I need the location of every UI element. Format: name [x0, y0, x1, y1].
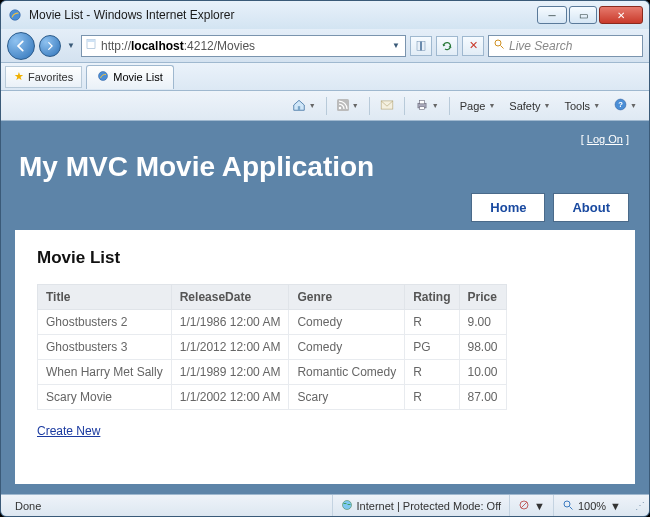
tab-label: Movie List — [113, 71, 163, 83]
browser-tab[interactable]: Movie List — [86, 65, 174, 89]
tools-menu[interactable]: Tools▼ — [558, 95, 606, 117]
navigation-bar: ▼ http://localhost:4212/Movies ▼ ✕ Live … — [1, 29, 649, 63]
nav-tabs: Home About — [15, 193, 635, 222]
favicon-icon — [7, 7, 23, 23]
maximize-button[interactable]: ▭ — [569, 6, 597, 24]
browser-window: Movie List - Windows Internet Explorer ─… — [0, 0, 650, 517]
nav-home[interactable]: Home — [471, 193, 545, 222]
zoom-icon — [562, 499, 574, 513]
zoom-control[interactable]: 100% ▼ — [554, 495, 629, 516]
search-box[interactable]: Live Search — [488, 35, 643, 57]
svg-point-0 — [10, 10, 21, 21]
svg-line-21 — [569, 506, 572, 509]
nav-about[interactable]: About — [553, 193, 629, 222]
col-date: ReleaseDate — [171, 285, 289, 310]
favorites-bar: ★ Favorites Movie List — [1, 63, 649, 91]
table-row: When Harry Met Sally 1/1/1989 12:00 AM R… — [38, 360, 507, 385]
svg-point-5 — [495, 40, 501, 46]
page-heading: Movie List — [37, 248, 613, 268]
favorites-button[interactable]: ★ Favorites — [5, 66, 82, 88]
search-placeholder: Live Search — [509, 39, 572, 53]
col-genre: Genre — [289, 285, 405, 310]
window-title: Movie List - Windows Internet Explorer — [29, 8, 234, 22]
compat-view-button[interactable] — [410, 36, 432, 56]
protected-mode-toggle[interactable]: ▼ — [510, 495, 554, 516]
create-new-link[interactable]: Create New — [37, 424, 100, 438]
mail-button[interactable] — [374, 95, 400, 117]
address-bar[interactable]: http://localhost:4212/Movies ▼ — [81, 35, 406, 57]
movies-table: Title ReleaseDate Genre Rating Price Gho… — [37, 284, 507, 410]
logon-row: [ Log On ] — [15, 131, 635, 149]
logon-link[interactable]: Log On — [587, 133, 623, 145]
rss-icon — [337, 99, 349, 113]
globe-icon — [341, 499, 353, 513]
svg-rect-4 — [420, 41, 422, 50]
window-controls: ─ ▭ ✕ — [537, 6, 643, 24]
svg-rect-8 — [298, 106, 300, 110]
minimize-button[interactable]: ─ — [537, 6, 567, 24]
col-title: Title — [38, 285, 172, 310]
address-dropdown[interactable]: ▼ — [390, 41, 402, 50]
resize-grip[interactable]: ⋰ — [629, 500, 643, 511]
svg-rect-2 — [87, 40, 95, 43]
app-title: My MVC Movie Application — [19, 151, 635, 183]
page-icon — [85, 38, 97, 53]
svg-line-6 — [501, 46, 504, 49]
home-icon — [292, 98, 306, 114]
search-icon — [493, 38, 505, 53]
close-button[interactable]: ✕ — [599, 6, 643, 24]
status-bar: Done Internet | Protected Mode: Off ▼ 10… — [1, 494, 649, 516]
help-button[interactable]: ? ▼ — [608, 95, 643, 117]
svg-rect-9 — [337, 99, 349, 111]
url-text: http://localhost:4212/Movies — [101, 39, 386, 53]
star-icon: ★ — [14, 70, 24, 83]
svg-rect-14 — [419, 106, 424, 109]
table-row: Ghostbusters 2 1/1/1986 12:00 AM Comedy … — [38, 310, 507, 335]
col-rating: Rating — [405, 285, 459, 310]
help-icon: ? — [614, 98, 627, 113]
feeds-button[interactable]: ▼ — [331, 95, 365, 117]
status-done: Done — [7, 495, 333, 516]
svg-text:?: ? — [618, 100, 623, 109]
forward-button[interactable] — [39, 35, 61, 57]
page-viewport: [ Log On ] My MVC Movie Application Home… — [1, 121, 649, 494]
stop-button[interactable]: ✕ — [462, 36, 484, 56]
mail-icon — [380, 99, 394, 113]
print-button[interactable]: ▼ — [409, 95, 445, 117]
favorites-label: Favorites — [28, 71, 73, 83]
svg-point-7 — [99, 72, 108, 81]
refresh-button[interactable] — [436, 36, 458, 56]
svg-line-19 — [521, 502, 527, 508]
table-row: Scary Movie 1/1/2002 12:00 AM Scary R 87… — [38, 385, 507, 410]
svg-point-20 — [564, 501, 570, 507]
history-dropdown[interactable]: ▼ — [65, 41, 77, 50]
tab-favicon-icon — [97, 70, 109, 84]
svg-rect-13 — [419, 100, 424, 104]
table-header-row: Title ReleaseDate Genre Rating Price — [38, 285, 507, 310]
page-menu[interactable]: Page▼ — [454, 95, 502, 117]
safety-menu[interactable]: Safety▼ — [503, 95, 556, 117]
status-zone: Internet | Protected Mode: Off — [333, 495, 511, 516]
svg-point-17 — [342, 500, 351, 509]
back-button[interactable] — [7, 32, 35, 60]
command-bar: ▼ ▼ ▼ Page▼ Safety▼ Tools▼ ? ▼ — [1, 91, 649, 121]
shield-off-icon — [518, 499, 530, 513]
table-row: Ghostbusters 3 1/1/2012 12:00 AM Comedy … — [38, 335, 507, 360]
titlebar: Movie List - Windows Internet Explorer ─… — [1, 1, 649, 29]
content-card: Movie List Title ReleaseDate Genre Ratin… — [15, 230, 635, 484]
svg-point-10 — [339, 106, 342, 109]
col-price: Price — [459, 285, 506, 310]
home-button[interactable]: ▼ — [286, 95, 322, 117]
print-icon — [415, 98, 429, 114]
